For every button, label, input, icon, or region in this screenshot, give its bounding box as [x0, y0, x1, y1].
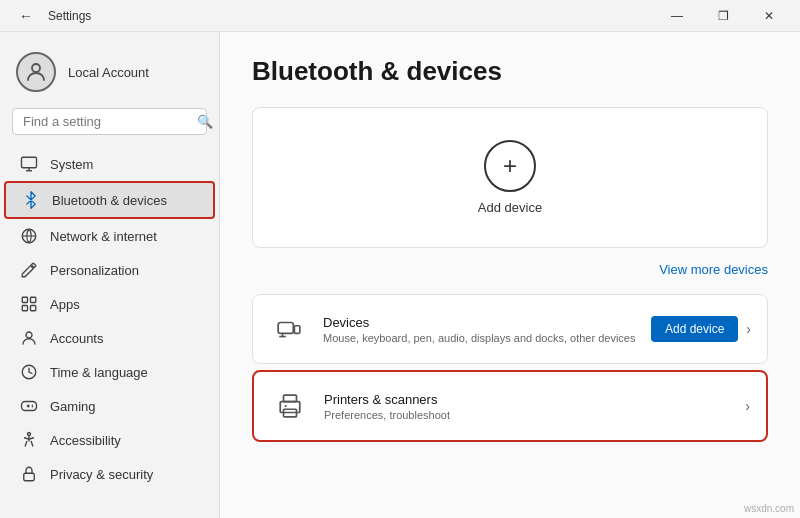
view-more-devices-link-container: View more devices	[252, 260, 768, 278]
add-device-card[interactable]: + Add device	[252, 107, 768, 248]
svg-point-17	[28, 433, 31, 436]
svg-point-0	[32, 64, 40, 72]
sidebar-label-privacy: Privacy & security	[50, 467, 153, 482]
sidebar-item-time[interactable]: Time & language	[4, 355, 215, 389]
user-name: Local Account	[68, 65, 149, 80]
privacy-icon	[20, 465, 38, 483]
row-subtitle-printers: Preferences, troubleshoot	[324, 409, 731, 421]
avatar	[16, 52, 56, 92]
sidebar: Local Account 🔍 System Bluetooth & devic…	[0, 32, 220, 518]
svg-point-10	[26, 332, 32, 338]
settings-row-devices[interactable]: Devices Mouse, keyboard, pen, audio, dis…	[252, 294, 768, 364]
app-window: Local Account 🔍 System Bluetooth & devic…	[0, 32, 800, 518]
svg-point-15	[32, 405, 34, 407]
sidebar-item-system[interactable]: System	[4, 147, 215, 181]
back-button[interactable]: ←	[12, 2, 40, 30]
svg-rect-22	[278, 323, 293, 334]
maximize-button[interactable]: ❐	[700, 0, 746, 32]
devices-row-icon	[269, 309, 309, 349]
printers-row-icon	[270, 386, 310, 426]
settings-row-printers[interactable]: Printers & scanners Preferences, trouble…	[252, 370, 768, 442]
add-device-card-label: Add device	[478, 200, 542, 215]
title-bar: ← Settings — ❐ ✕	[0, 0, 800, 32]
close-button[interactable]: ✕	[746, 0, 792, 32]
sidebar-label-personalization: Personalization	[50, 263, 139, 278]
sidebar-label-accounts: Accounts	[50, 331, 103, 346]
time-icon	[20, 363, 38, 381]
sidebar-label-gaming: Gaming	[50, 399, 96, 414]
sidebar-item-gaming[interactable]: Gaming	[4, 389, 215, 423]
title-bar-left: ← Settings	[12, 2, 91, 30]
settings-rows: Devices Mouse, keyboard, pen, audio, dis…	[252, 294, 768, 442]
sidebar-label-system: System	[50, 157, 93, 172]
chevron-icon-devices: ›	[746, 321, 751, 337]
title-bar-title: Settings	[48, 9, 91, 23]
minimize-button[interactable]: —	[654, 0, 700, 32]
sidebar-item-accessibility[interactable]: Accessibility	[4, 423, 215, 457]
svg-rect-23	[294, 326, 299, 334]
row-action-button-devices[interactable]: Add device	[651, 316, 738, 342]
sidebar-item-personalization[interactable]: Personalization	[4, 253, 215, 287]
bluetooth-icon	[22, 191, 40, 209]
accounts-icon	[20, 329, 38, 347]
row-action-printers: ›	[745, 398, 750, 414]
title-bar-controls: — ❐ ✕	[654, 0, 792, 32]
svg-point-16	[32, 406, 34, 408]
nav-list: System Bluetooth & devices Network & int…	[0, 147, 219, 491]
svg-rect-9	[31, 306, 36, 311]
row-title-printers: Printers & scanners	[324, 392, 731, 407]
personalization-icon	[20, 261, 38, 279]
system-icon	[20, 155, 38, 173]
svg-rect-7	[31, 297, 36, 302]
search-icon: 🔍	[197, 114, 213, 129]
row-title-devices: Devices	[323, 315, 637, 330]
content-area: Bluetooth & devices + Add device View mo…	[220, 32, 800, 518]
gaming-icon	[20, 397, 38, 415]
network-icon	[20, 227, 38, 245]
sidebar-item-apps[interactable]: Apps	[4, 287, 215, 321]
svg-line-19	[25, 442, 27, 447]
add-device-circle-icon: +	[484, 140, 536, 192]
row-subtitle-devices: Mouse, keyboard, pen, audio, displays an…	[323, 332, 637, 344]
sidebar-item-privacy[interactable]: Privacy & security	[4, 457, 215, 491]
sidebar-item-bluetooth[interactable]: Bluetooth & devices	[4, 181, 215, 219]
svg-rect-1	[22, 157, 37, 168]
sidebar-label-apps: Apps	[50, 297, 80, 312]
svg-line-20	[31, 442, 33, 447]
sidebar-label-accessibility: Accessibility	[50, 433, 121, 448]
svg-rect-26	[284, 395, 297, 402]
svg-rect-6	[22, 297, 27, 302]
search-input[interactable]	[23, 114, 191, 129]
svg-rect-8	[22, 306, 27, 311]
row-text-devices: Devices Mouse, keyboard, pen, audio, dis…	[323, 315, 637, 344]
page-title: Bluetooth & devices	[252, 56, 768, 87]
sidebar-label-network: Network & internet	[50, 229, 157, 244]
row-action-devices: Add device›	[651, 316, 751, 342]
row-text-printers: Printers & scanners Preferences, trouble…	[324, 392, 731, 421]
search-box[interactable]: 🔍	[12, 108, 207, 135]
svg-rect-21	[24, 473, 35, 481]
sidebar-label-time: Time & language	[50, 365, 148, 380]
view-more-devices-link[interactable]: View more devices	[659, 262, 768, 277]
apps-icon	[20, 295, 38, 313]
sidebar-label-bluetooth: Bluetooth & devices	[52, 193, 167, 208]
chevron-icon-printers: ›	[745, 398, 750, 414]
user-section: Local Account	[0, 40, 219, 108]
sidebar-item-accounts[interactable]: Accounts	[4, 321, 215, 355]
sidebar-item-network[interactable]: Network & internet	[4, 219, 215, 253]
accessibility-icon	[20, 431, 38, 449]
